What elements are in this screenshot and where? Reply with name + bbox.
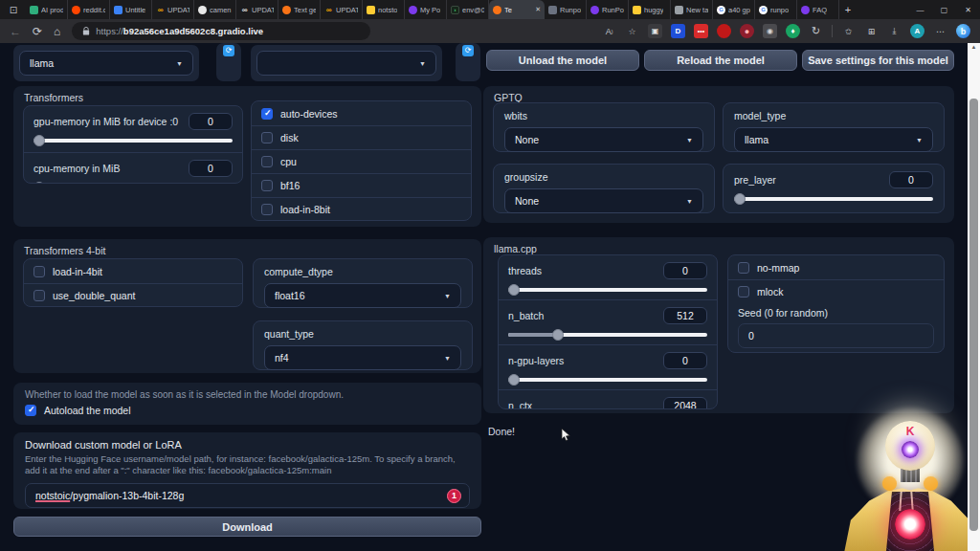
- slider-handle[interactable]: [508, 284, 520, 296]
- slider-handle[interactable]: [33, 135, 45, 146]
- n-batch-slider[interactable]: [508, 333, 707, 337]
- tab-ai-prod[interactable]: AI prod: [26, 0, 68, 19]
- n-gpu-layers-input[interactable]: 0: [663, 352, 707, 369]
- download-button[interactable]: Download: [13, 517, 481, 537]
- tab-runpod-search[interactable]: Grunpo: [755, 0, 797, 19]
- wbits-dropdown[interactable]: None▼: [504, 127, 703, 152]
- n-batch-slider-group[interactable]: n_batch512: [499, 299, 717, 344]
- favorites-icon[interactable]: ☆: [625, 24, 639, 38]
- n-gpu-layers-slider[interactable]: [508, 378, 707, 382]
- extension-icon-1[interactable]: [648, 24, 662, 38]
- extension-icon-6[interactable]: [763, 24, 777, 38]
- groupsize-dropdown[interactable]: None▼: [504, 188, 703, 213]
- tab-notstoic[interactable]: notsto: [363, 0, 405, 19]
- unload-model-button[interactable]: Unload the model: [486, 50, 639, 71]
- tab-update-2[interactable]: ∞UPDAT: [236, 0, 278, 19]
- address-bar[interactable]: https://b92a56ce1a9d5602c8.gradio.live: [72, 22, 370, 40]
- slider-handle[interactable]: [734, 193, 746, 205]
- threads-input[interactable]: 0: [663, 262, 707, 279]
- new-tab-button[interactable]: +: [839, 4, 857, 15]
- extension-icon-8[interactable]: ↻: [809, 24, 823, 38]
- n-ctx-input[interactable]: 2048: [663, 397, 707, 409]
- n-batch-input[interactable]: 512: [663, 307, 707, 324]
- checkbox-load-in-8bit[interactable]: load-in-8bit: [252, 197, 471, 221]
- model-dropdown[interactable]: llama ▼: [19, 51, 193, 76]
- tab-runpod-2[interactable]: RunPo: [587, 0, 629, 19]
- chevron-down-icon: ▼: [686, 137, 693, 143]
- checkbox-autoload[interactable]: Autoload the model: [25, 400, 470, 421]
- slider-handle[interactable]: [552, 329, 564, 341]
- gpu-memory-slider-group[interactable]: gpu-memory in MiB for device :0 0: [24, 106, 242, 152]
- download-path-input[interactable]: notstoic/pygmalion-13b-4bit-128g 1: [25, 483, 470, 508]
- model-type-dropdown[interactable]: llama▼: [734, 127, 933, 152]
- home-icon[interactable]: ⌂: [54, 25, 60, 38]
- profile-avatar[interactable]: A: [910, 24, 924, 38]
- read-aloud-icon[interactable]: A): [602, 24, 616, 38]
- threads-slider[interactable]: [508, 288, 707, 292]
- copilot-icon[interactable]: b: [956, 24, 970, 38]
- checkbox-load-in-4bit[interactable]: load-in-4bit: [24, 259, 242, 283]
- checkbox-auto-devices[interactable]: auto-devices: [252, 101, 471, 125]
- n-ctx-slider-group[interactable]: n_ctx2048: [499, 389, 717, 409]
- slider-handle[interactable]: [508, 374, 520, 386]
- tab-text-ge[interactable]: Text ge: [278, 0, 321, 19]
- extension-icon-5[interactable]: ●: [740, 24, 754, 38]
- tab-my-pods[interactable]: My Po: [405, 0, 447, 19]
- page-scrollbar[interactable]: ▲: [968, 43, 980, 551]
- tab-update-3[interactable]: ∞UPDAT: [321, 0, 363, 19]
- close-button[interactable]: ✕: [956, 0, 980, 19]
- tab-runpod-1[interactable]: Runpo: [545, 0, 587, 19]
- pre-layer-slider[interactable]: [734, 197, 933, 201]
- tab-untitled[interactable]: Untitle: [110, 0, 152, 19]
- checkbox-mlock[interactable]: mlock: [728, 279, 944, 303]
- tab-a40-gpu[interactable]: Ga40 gp: [713, 0, 755, 19]
- tab-text-generation-active[interactable]: Te✕: [489, 0, 545, 19]
- back-icon[interactable]: ←: [10, 25, 21, 38]
- settings-menu-icon[interactable]: ⋯: [933, 24, 947, 38]
- scrollbar-thumb[interactable]: [969, 99, 978, 531]
- seed-input[interactable]: 0: [738, 323, 934, 348]
- checkbox-cpu[interactable]: cpu: [252, 149, 471, 173]
- minimize-button[interactable]: —: [908, 0, 932, 19]
- quant-type-dropdown[interactable]: nf4▼: [264, 345, 461, 370]
- collections-icon[interactable]: ✩: [841, 24, 856, 38]
- downloads-icon[interactable]: ⤓: [887, 24, 902, 38]
- pre-layer-input[interactable]: 0: [889, 171, 933, 188]
- gpu-memory-input[interactable]: 0: [189, 113, 233, 130]
- extension-icon-2[interactable]: D: [671, 24, 685, 38]
- tab-actions-icon[interactable]: ⊡: [5, 3, 22, 16]
- reload-model-button[interactable]: Reload the model: [644, 50, 797, 71]
- autoload-info-text: Whether to load the model as soon as it …: [25, 389, 470, 400]
- refresh-icon[interactable]: ⟳: [33, 25, 42, 38]
- extension-icon-3[interactable]: •••: [694, 24, 708, 38]
- checkbox-use-double-quant[interactable]: use_double_quant: [24, 283, 242, 307]
- checkbox-disk[interactable]: disk: [252, 125, 471, 149]
- cpu-memory-slider-group[interactable]: cpu-memory in MiB 0: [24, 152, 242, 184]
- password-manager-badge[interactable]: 1: [447, 489, 461, 503]
- tab-reddit[interactable]: reddit.c: [68, 0, 110, 19]
- tab-faq[interactable]: FAQ: [797, 0, 839, 19]
- slider-handle[interactable]: [33, 182, 45, 184]
- tab-camen[interactable]: camen: [194, 0, 236, 19]
- checkbox-bf16[interactable]: bf16: [252, 173, 471, 197]
- lora-refresh-button[interactable]: ⟳: [462, 45, 474, 56]
- tab-update-1[interactable]: ∞UPDAT: [152, 0, 194, 19]
- tab-new-tab[interactable]: New ta: [671, 0, 713, 19]
- tab-close-icon[interactable]: ✕: [535, 6, 541, 13]
- extension-icon-4[interactable]: [717, 24, 731, 38]
- tab-env-terminal[interactable]: ›env@0: [447, 0, 489, 19]
- cpu-memory-input[interactable]: 0: [189, 160, 233, 177]
- threads-slider-group[interactable]: threads0: [499, 255, 717, 299]
- checkbox-no-mmap[interactable]: no-mmap: [728, 255, 944, 279]
- maximize-button[interactable]: ▢: [932, 0, 956, 19]
- gpu-memory-slider[interactable]: [33, 139, 233, 143]
- browser-essentials-icon[interactable]: ⊞: [864, 24, 879, 38]
- compute-dtype-dropdown[interactable]: float16▼: [264, 283, 461, 308]
- save-settings-button[interactable]: Save settings for this model: [802, 50, 954, 71]
- extension-icon-7[interactable]: ♦: [786, 24, 800, 38]
- tab-huggy[interactable]: huggy: [629, 0, 671, 19]
- lora-dropdown[interactable]: ▼: [256, 51, 436, 76]
- n-gpu-layers-slider-group[interactable]: n-gpu-layers0: [499, 344, 717, 389]
- model-refresh-button[interactable]: ⟳: [223, 45, 234, 56]
- scrollbar-up-arrow[interactable]: ▲: [968, 44, 980, 50]
